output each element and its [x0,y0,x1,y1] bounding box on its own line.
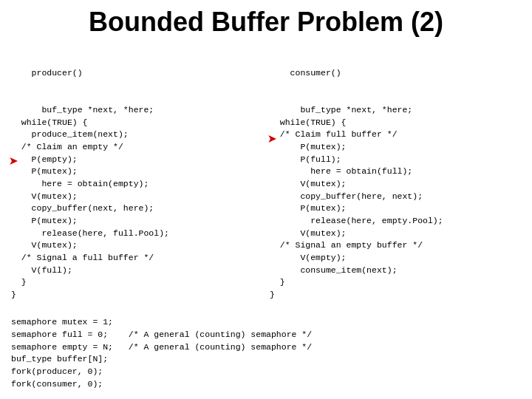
bottom-code-block: semaphore mutex = 1; semaphore full = 0;… [0,313,532,390]
right-header: consumer() [290,68,341,78]
left-code-block: buf_type *next, *here; while(TRUE) { pro… [11,105,169,299]
page-title: Bounded Buffer Problem (2) [0,0,532,43]
right-code-column: ➤ consumer() buf_type *next, *here; whil… [266,43,525,314]
left-header: producer() [32,68,83,78]
right-code-block: buf_type *next, *here; while(TRUE) { /* … [270,105,443,299]
left-code-column: ➤ producer() buf_type *next, *here; whil… [7,43,266,314]
code-area: ➤ producer() buf_type *next, *here; whil… [0,43,532,314]
left-arrow: ➤ [9,155,18,171]
right-arrow: ➤ [267,133,277,149]
